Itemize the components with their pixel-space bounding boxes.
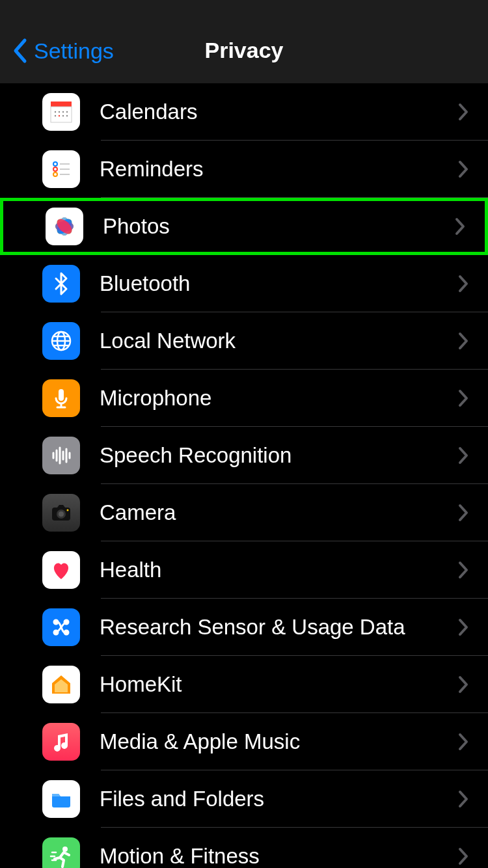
chevron-right-icon	[458, 561, 468, 579]
row-health[interactable]: Health	[0, 541, 488, 599]
settings-list: Calendars Reminders Photos	[0, 83, 488, 868]
row-label: Camera	[100, 500, 458, 525]
row-microphone[interactable]: Microphone	[0, 370, 488, 427]
row-media-music[interactable]: Media & Apple Music	[0, 713, 488, 770]
row-files-folders[interactable]: Files and Folders	[0, 770, 488, 828]
svg-point-9	[66, 115, 68, 116]
row-label: Health	[100, 558, 458, 582]
waveform-icon	[42, 437, 80, 474]
chevron-right-icon	[458, 160, 468, 178]
svg-point-41	[67, 509, 69, 511]
svg-point-5	[66, 111, 68, 113]
row-label: Files and Folders	[100, 787, 458, 811]
home-icon	[42, 666, 80, 703]
chevron-right-icon	[458, 446, 468, 465]
svg-rect-29	[59, 389, 64, 401]
row-label: Reminders	[100, 157, 458, 182]
row-label: Motion & Fitness	[100, 844, 458, 868]
reminders-icon	[42, 150, 80, 188]
chevron-right-icon	[455, 217, 465, 236]
photos-icon	[46, 208, 83, 245]
chevron-right-icon	[458, 847, 468, 865]
row-label: Local Network	[100, 329, 458, 353]
svg-point-40	[59, 511, 64, 517]
chevron-right-icon	[458, 103, 468, 121]
row-speech-recognition[interactable]: Speech Recognition	[0, 427, 488, 484]
chevron-right-icon	[458, 275, 468, 293]
calendars-icon	[42, 93, 80, 131]
microphone-icon	[42, 379, 80, 417]
svg-point-12	[53, 172, 57, 176]
row-reminders[interactable]: Reminders	[0, 141, 488, 198]
svg-point-2	[55, 111, 56, 113]
svg-rect-0	[51, 102, 72, 107]
camera-icon	[42, 494, 80, 532]
row-photos[interactable]: Photos	[0, 198, 488, 255]
music-note-icon	[42, 723, 80, 761]
research-icon	[42, 608, 80, 646]
row-label: Speech Recognition	[100, 443, 458, 468]
svg-point-8	[62, 115, 64, 116]
svg-point-4	[62, 111, 64, 113]
svg-point-6	[55, 115, 56, 116]
svg-point-10	[53, 162, 57, 166]
chevron-right-icon	[458, 675, 468, 694]
chevron-right-icon	[458, 389, 468, 407]
navbar: Settings Privacy	[0, 0, 488, 83]
row-camera[interactable]: Camera	[0, 484, 488, 541]
globe-icon	[42, 322, 80, 360]
row-motion-fitness[interactable]: Motion & Fitness	[0, 828, 488, 868]
page-title: Privacy	[0, 38, 488, 63]
svg-point-3	[59, 111, 60, 113]
row-bluetooth[interactable]: Bluetooth	[0, 255, 488, 312]
row-label: Calendars	[100, 100, 458, 124]
row-research[interactable]: Research Sensor & Usage Data	[0, 599, 488, 656]
chevron-right-icon	[458, 733, 468, 751]
row-label: Bluetooth	[100, 271, 458, 296]
chevron-right-icon	[458, 790, 468, 808]
row-label: HomeKit	[100, 672, 458, 697]
chevron-right-icon	[458, 618, 468, 636]
folder-icon	[42, 780, 80, 818]
chevron-right-icon	[458, 504, 468, 522]
svg-point-46	[62, 847, 68, 852]
row-label: Photos	[103, 214, 455, 239]
svg-point-11	[53, 167, 57, 171]
chevron-right-icon	[458, 332, 468, 350]
row-label: Media & Apple Music	[100, 729, 458, 754]
heart-icon	[42, 551, 80, 589]
svg-rect-1	[51, 107, 72, 122]
row-homekit[interactable]: HomeKit	[0, 656, 488, 713]
row-label: Microphone	[100, 386, 458, 411]
bluetooth-icon	[42, 265, 80, 303]
row-label: Research Sensor & Usage Data	[100, 615, 458, 640]
row-calendars[interactable]: Calendars	[0, 83, 488, 141]
running-icon	[42, 837, 80, 868]
row-local-network[interactable]: Local Network	[0, 312, 488, 370]
svg-point-7	[59, 115, 60, 116]
